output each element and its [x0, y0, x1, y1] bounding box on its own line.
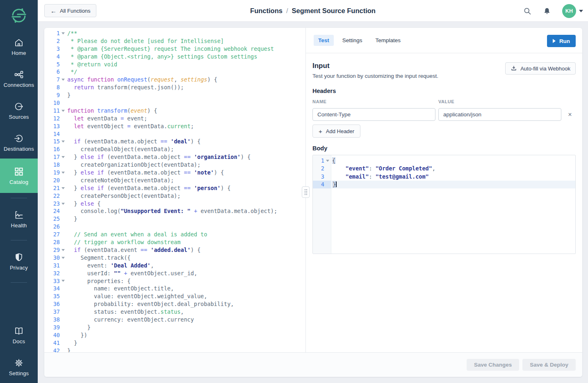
segment-logo-icon[interactable] [0, 0, 38, 24]
code-line[interactable]: 4} [313, 181, 575, 188]
fold-marker-icon[interactable] [60, 76, 66, 84]
save-and-deploy-button[interactable]: Save & Deploy [522, 359, 576, 371]
remove-header-icon[interactable]: × [564, 109, 576, 120]
code-line[interactable]: 38 currency: eventObject.currency [44, 316, 305, 324]
fold-marker-icon [60, 231, 66, 238]
code-line[interactable]: 3 * @param {ServerRequest} request The i… [44, 45, 305, 53]
code-line[interactable]: 23 } else { [44, 200, 305, 208]
notifications-bell-icon[interactable] [542, 7, 552, 16]
code-line[interactable]: 8 return transform(request.json()); [44, 84, 305, 91]
code-line[interactable]: 27 // Send an event when a deal is added… [44, 231, 305, 238]
fold-marker-icon[interactable] [60, 200, 66, 208]
code-line[interactable]: 4 * @param {Object.<string, any>} settin… [44, 53, 305, 61]
code-line[interactable]: 30 Segment.track({ [44, 254, 305, 262]
code-text: } [331, 181, 575, 188]
sidebar-item-privacy[interactable]: Privacy [0, 245, 38, 277]
sidebar-item-sources[interactable]: Sources [0, 95, 38, 127]
tab-test[interactable]: Test [314, 35, 334, 46]
code-line[interactable]: 19 } else if (eventData.meta.object == '… [44, 169, 305, 177]
code-line[interactable]: 16 createDealObject(eventData); [44, 145, 305, 153]
code-line[interactable]: 13 let eventObject = eventData.current; [44, 122, 305, 130]
code-line[interactable]: 7async function onRequest(request, setti… [44, 76, 305, 84]
breadcrumb-parent[interactable]: Functions [250, 7, 283, 15]
code-line[interactable]: 17 } else if (eventData.meta.object == '… [44, 153, 305, 161]
code-line[interactable]: 36 probability: eventObject.deal_probabi… [44, 300, 305, 308]
fold-marker-icon[interactable] [324, 157, 331, 165]
code-line[interactable]: 2 * Please do not delete [used for Intel… [44, 37, 305, 45]
code-line[interactable]: 18 createOrganizationObject(eventData); [44, 161, 305, 169]
body-json-editor[interactable]: 1{2 "event": "Order Completed",3 "email"… [312, 155, 576, 254]
tab-templates[interactable]: Templates [371, 35, 406, 46]
line-number: 23 [44, 200, 60, 208]
fold-marker-icon[interactable] [60, 138, 66, 145]
tab-settings[interactable]: Settings [338, 35, 367, 46]
sidebar-item-connections[interactable]: Connections [0, 63, 38, 95]
search-icon[interactable] [523, 7, 532, 16]
fold-marker-icon[interactable] [60, 169, 66, 177]
code-line[interactable]: 5 * @return void [44, 61, 305, 68]
run-button[interactable]: Run [547, 35, 576, 47]
sidebar-item-catalog[interactable]: Catalog [0, 159, 38, 193]
name-column-label: NAME [312, 99, 326, 104]
sidebar-item-docs[interactable]: Docs [0, 319, 38, 351]
code-line[interactable]: 31 event: 'Deal Added', [44, 262, 305, 270]
code-line[interactable]: 32 userId: "" + eventObject.user_id, [44, 270, 305, 277]
code-line[interactable]: 34 name: eventObject.title, [44, 285, 305, 292]
fold-marker-icon[interactable] [60, 29, 66, 37]
code-line[interactable]: 41 } [44, 339, 305, 347]
sidebar-item-destinations[interactable]: Destinations [0, 127, 38, 159]
input-section-title: Input [312, 62, 330, 70]
gutter: 37 [44, 308, 66, 316]
code-line[interactable]: 15 if (eventData.meta.object == 'deal') … [44, 138, 305, 145]
code-line[interactable]: 33 properties: { [44, 277, 305, 285]
fold-marker-icon[interactable] [60, 153, 66, 161]
gutter: 42 [44, 347, 66, 352]
fold-marker-icon[interactable] [60, 184, 66, 192]
sidebar-item-label: Settings [9, 370, 29, 376]
resize-drag-handle-icon[interactable] [302, 186, 310, 198]
code-line[interactable]: 6 */ [44, 68, 305, 76]
code-line[interactable]: 24 console.log("Unsupported Event: " + e… [44, 207, 305, 215]
autofill-via-webhook-button[interactable]: Auto-fill via Webhook [505, 62, 576, 75]
code-line[interactable]: 9} [44, 91, 305, 99]
code-line[interactable]: 37 status: eventObject.status, [44, 308, 305, 316]
fold-marker-icon[interactable] [60, 246, 66, 254]
all-functions-back-button[interactable]: ← All Functions [44, 4, 96, 17]
code-line[interactable]: 3 "email": "test@gmail.com" [313, 173, 575, 181]
gutter: 15 [44, 138, 66, 145]
code-line[interactable]: 2 "event": "Order Completed", [313, 165, 575, 172]
sidebar-item-settings[interactable]: Settings [0, 351, 38, 383]
code-line[interactable]: 1{ [313, 157, 575, 165]
code-line[interactable]: 25 } [44, 215, 305, 223]
fold-marker-icon[interactable] [60, 277, 66, 285]
code-line[interactable]: 40 }) [44, 331, 305, 339]
code-line[interactable]: 29 if (eventData.event == 'added.deal') … [44, 246, 305, 254]
code-line[interactable]: 12 let eventData = event; [44, 115, 305, 122]
add-header-button[interactable]: + Add Header [312, 125, 360, 138]
code-text: } [66, 324, 305, 331]
text-cursor [336, 181, 337, 187]
sidebar-item-home[interactable]: Home [0, 31, 38, 63]
code-line[interactable]: 28 // trigger a workflow downstream [44, 238, 305, 246]
save-changes-button[interactable]: Save Changes [467, 359, 519, 371]
code-editor[interactable]: 1/**2 * Please do not delete [used for I… [44, 28, 305, 352]
code-line[interactable]: 14 [44, 130, 305, 138]
line-number: 10 [44, 99, 60, 107]
code-line[interactable]: 11function transform(event) { [44, 107, 305, 115]
code-line[interactable]: 42} [44, 347, 305, 352]
code-line[interactable]: 39 } [44, 324, 305, 331]
code-line[interactable]: 35 value: eventObject.weighted_value, [44, 292, 305, 300]
fold-marker-icon[interactable] [60, 107, 66, 115]
user-menu[interactable]: KH [562, 4, 583, 18]
code-line[interactable]: 10 [44, 99, 305, 107]
code-line[interactable]: 21 } else if (eventData.meta.object == '… [44, 184, 305, 192]
header-value-input[interactable] [438, 108, 561, 121]
header-name-input[interactable] [312, 108, 435, 121]
sidebar-item-health[interactable]: Health [0, 203, 38, 235]
fold-marker-icon[interactable] [60, 254, 66, 262]
code-line[interactable]: 20 createNoteObject(eventData); [44, 177, 305, 184]
code-line[interactable]: 1/** [44, 29, 305, 37]
code-line[interactable]: 26 [44, 223, 305, 231]
avatar[interactable]: KH [562, 4, 576, 18]
code-line[interactable]: 22 createPersonObject(eventData); [44, 192, 305, 200]
